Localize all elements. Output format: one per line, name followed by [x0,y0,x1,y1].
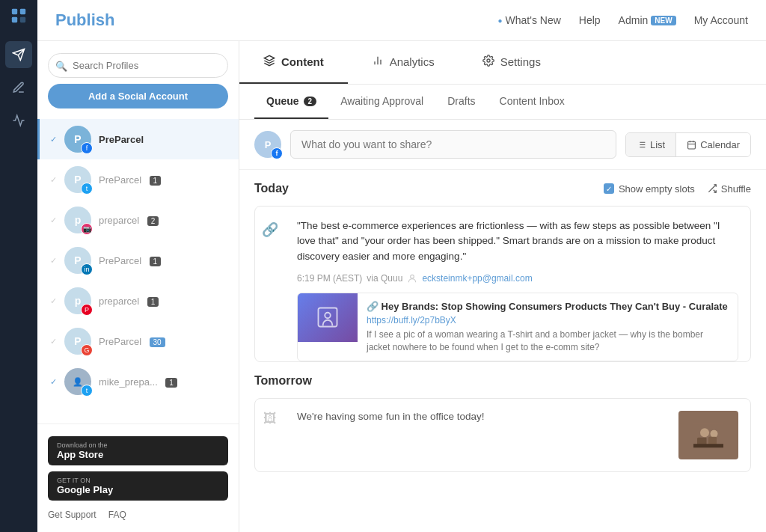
profile-info: PreParcel 1 [99,254,228,267]
svg-rect-22 [319,308,337,327]
profile-info: PreParcel 30 [99,334,228,348]
help-link[interactable]: Help [579,14,601,26]
check-icon: ✓ [50,135,57,144]
app-store-sub: Download on the [57,441,219,449]
compose-input[interactable] [290,130,616,159]
list-view-button[interactable]: List [626,133,676,156]
pinterest-badge: P [81,304,93,316]
subtab-queue[interactable]: Queue 2 [254,85,328,119]
main-content: Content Analytics [239,41,766,532]
app-store-main: App Store [57,449,219,460]
faq-link[interactable]: FAQ [108,510,126,520]
svg-rect-15 [688,141,696,149]
tomorrow-card: 🖼 We're having some fun in the office to… [254,398,751,472]
app-store-button[interactable]: Download on the App Store [48,436,228,465]
gear-icon [482,55,494,69]
post-preview-title: 🔗 Hey Brands: Stop Showing Consumers Pro… [367,301,729,312]
show-empty-slots[interactable]: ✓ Show empty slots [604,183,695,195]
svg-rect-1 [20,9,25,14]
whats-new-dot: ● [498,16,503,25]
profile-name: preparcel [99,296,139,307]
bar-chart-icon [372,55,384,69]
profile-avatar: P in [64,247,91,274]
tab-analytics[interactable]: Analytics [348,41,459,84]
my-account-link[interactable]: My Account [694,14,748,26]
nav-pen-icon[interactable] [5,74,32,101]
profile-item[interactable]: ✓ P t PreParcel 1 [37,159,239,200]
post-preview-content: 🔗 Hey Brands: Stop Showing Consumers Pro… [358,293,738,361]
subtab-content-inbox[interactable]: Content Inbox [488,85,577,119]
add-social-account-button[interactable]: Add a Social Account [48,84,228,108]
profile-item[interactable]: ✓ p 📷 preparcel 2 [37,200,239,240]
profile-item[interactable]: ✓ P G PreParcel 30 [37,321,239,361]
post-user: ecksteinmk+pp@gmail.com [422,273,532,284]
tab-content[interactable]: Content [239,41,348,84]
sidebar-footer: Download on the App Store GET IT ON Goog… [37,424,239,532]
svg-rect-3 [20,17,25,22]
profile-avatar: P f [64,126,91,153]
calendar-view-button[interactable]: Calendar [676,133,750,156]
post-preview: 🔗 Hey Brands: Stop Showing Consumers Pro… [297,293,738,362]
check-icon: ✓ [50,377,57,387]
show-empty-checkbox[interactable]: ✓ [604,183,614,194]
search-input[interactable] [48,53,228,78]
profile-item[interactable]: ✓ 👤 t mike_prepa... 1 [37,361,239,402]
post-text: "The best e-commerce experiences are fri… [297,218,738,264]
svg-marker-4 [264,55,274,61]
sidebar: 🔍 Add a Social Account ✓ P f PreParcel [37,41,239,532]
profile-count: 1 [150,257,162,266]
subtab-awaiting-approval[interactable]: Awaiting Approval [328,85,435,119]
subtab-drafts[interactable]: Drafts [435,85,487,119]
profile-item[interactable]: ✓ p P preparcel 1 [37,281,239,321]
app-logo: Publish [55,10,114,30]
compose-avatar: P f [254,131,281,158]
feed: Today ✓ Show empty slots [239,170,766,532]
today-header: Today ✓ Show empty slots [254,182,751,195]
top-nav-links: ● What's New Help Admin NEW My Account [498,14,749,26]
profile-count: 30 [150,337,165,347]
sub-tabs: Queue 2 Awaiting Approval Drafts Content… [239,85,766,120]
tomorrow-post-image [678,411,738,459]
profile-info: preparcel 2 [99,213,228,227]
profile-info: mike_prepa... 1 [99,375,228,388]
linkedin-badge: in [81,263,93,275]
profile-info: preparcel 1 [99,294,228,308]
day-controls: ✓ Show empty slots Shuffle [604,183,751,195]
layers-icon [263,55,275,69]
tomorrow-header: Tomorrow [254,374,751,388]
profile-avatar: P t [64,166,91,193]
profile-item[interactable]: ✓ P in PreParcel 1 [37,240,239,281]
tab-settings[interactable]: Settings [459,41,565,84]
svg-point-23 [325,313,331,319]
get-support-link[interactable]: Get Support [48,510,96,520]
svg-point-25 [700,428,709,437]
profile-name: PreParcel [99,134,144,145]
compose-facebook-badge: f [271,147,283,159]
profile-name: PreParcel [99,174,141,186]
post-preview-desc: If I see a pic of a woman wearing a T-sh… [367,328,729,354]
shuffle-button[interactable]: Shuffle [707,183,751,195]
post-preview-url[interactable]: https://buff.ly/2p7bByX [367,315,729,325]
check-icon: ✓ [50,256,57,266]
profile-name: PreParcel [99,255,141,266]
profile-name: preparcel [99,215,139,226]
whats-new-link[interactable]: ● What's New [498,14,561,26]
profile-info: PreParcel 1 [99,173,228,186]
svg-point-21 [411,275,414,278]
svg-rect-2 [12,17,17,22]
admin-link[interactable]: Admin NEW [619,14,676,26]
post-via: via Quuu [367,273,402,284]
nav-publish-icon[interactable] [5,41,32,68]
svg-point-26 [711,430,718,438]
check-icon: ✓ [50,296,57,306]
nav-analytics-icon[interactable] [5,107,32,134]
google-play-button[interactable]: GET IT ON Google Play [48,471,228,501]
profile-avatar: P G [64,328,91,355]
check-icon: ✓ [50,337,57,346]
google-badge: G [81,344,93,356]
facebook-badge: f [81,142,93,154]
profile-item[interactable]: ✓ P f PreParcel [37,119,239,159]
profile-list: ✓ P f PreParcel ✓ P t [37,119,239,424]
image-placeholder-icon: 🖼 [263,411,277,426]
post-card-body: "The best e-commerce experiences are fri… [285,207,750,361]
